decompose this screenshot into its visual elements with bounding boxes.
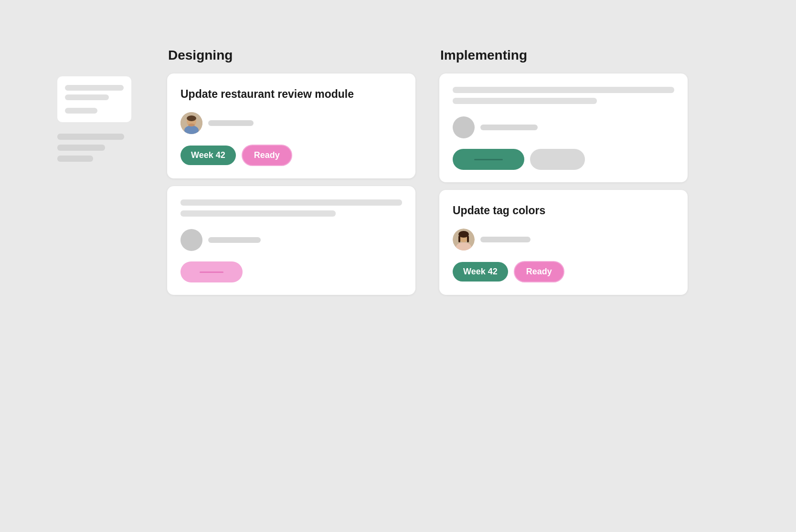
card-designing-1[interactable]: Update restaurant review module [167, 73, 415, 178]
card-1-tag-week[interactable]: Week 42 [180, 146, 236, 165]
card-3-tag-green [453, 149, 524, 170]
card-1-meta-bar [208, 120, 254, 126]
card-4-tag-week[interactable]: Week 42 [453, 262, 508, 282]
avatar-placeholder-2 [180, 229, 202, 251]
svg-rect-10 [467, 236, 469, 242]
svg-rect-9 [458, 236, 460, 242]
designing-column-header: Designing [167, 48, 415, 63]
ghost-sidebar [57, 48, 138, 532]
card-implementing-2[interactable]: Update tag colors [439, 190, 688, 295]
card-4-meta-bar [480, 237, 531, 242]
implementing-column-header: Implementing [439, 48, 688, 63]
card-1-tag-ready[interactable]: Ready [242, 145, 292, 166]
card-designing-2[interactable] [167, 186, 415, 295]
card-4-title: Update tag colors [453, 203, 674, 218]
avatar-woman [453, 229, 475, 250]
card-2-tag-ghost [180, 261, 243, 282]
avatar-man [180, 112, 202, 134]
implementing-column: Implementing [439, 48, 688, 532]
svg-point-4 [188, 124, 195, 126]
card-3-tag-gray [530, 149, 585, 170]
card-1-title: Update restaurant review module [180, 87, 402, 102]
card-implementing-1[interactable] [439, 73, 688, 182]
designing-column: Designing Update restaurant review modul… [167, 48, 415, 532]
avatar-placeholder-3 [453, 116, 475, 138]
svg-point-3 [187, 115, 196, 121]
card-4-tag-ready[interactable]: Ready [514, 261, 564, 282]
